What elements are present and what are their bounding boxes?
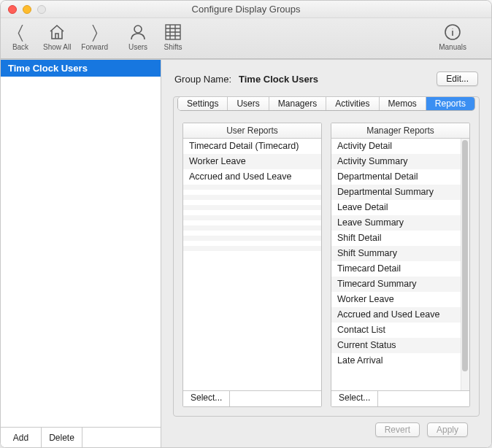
close-button[interactable]: [8, 5, 17, 14]
user-reports-scroll[interactable]: Timecard Detail (Timecard)Worker LeaveAc…: [183, 139, 321, 390]
manager-reports-scroll[interactable]: Activity DetailActivity SummaryDepartmen…: [331, 139, 469, 390]
sidebar-list: Time Clock Users: [1, 60, 161, 427]
list-item: [183, 200, 321, 205]
list-item[interactable]: Shift Summary: [331, 246, 469, 261]
group-header: Group Name: Time Clock Users Edit...: [173, 72, 480, 86]
back-button[interactable]: 〈 Back: [8, 21, 33, 51]
list-item[interactable]: Departmental Detail: [331, 169, 469, 185]
traffic-lights: [8, 5, 46, 14]
tab-users[interactable]: Users: [228, 97, 269, 110]
zoom-button[interactable]: [37, 5, 46, 14]
list-item[interactable]: Activity Summary: [331, 154, 469, 169]
list-item[interactable]: Accrued and Used Leave: [331, 307, 469, 323]
revert-button[interactable]: Revert: [375, 422, 420, 437]
toolbar: 〈 Back Show All 〉 Forward Users: [1, 18, 491, 59]
delete-button[interactable]: Delete: [42, 428, 82, 447]
list-item: [183, 220, 321, 225]
list-item[interactable]: Leave Summary: [331, 215, 469, 231]
tabs-panel: SettingsUsersManagersActivitiesMemosRepo…: [173, 96, 480, 417]
toolbar-section-group: Users Shifts: [126, 21, 185, 51]
add-button[interactable]: Add: [1, 428, 42, 447]
show-all-button[interactable]: Show All: [43, 21, 71, 51]
list-item: [183, 195, 321, 200]
sidebar-footer: Add Delete: [1, 427, 161, 447]
group-pane: Group Name: Time Clock Users Edit... Set…: [173, 72, 480, 447]
list-item[interactable]: Worker Leave: [183, 154, 321, 169]
list-item: [183, 241, 321, 246]
manager-reports-footer: Select...: [331, 390, 469, 406]
tab-settings[interactable]: Settings: [178, 97, 228, 110]
tab-memos[interactable]: Memos: [380, 97, 426, 110]
list-item[interactable]: Worker Leave: [331, 292, 469, 307]
users-label: Users: [128, 43, 147, 51]
list-item[interactable]: Contact List: [331, 323, 469, 338]
list-item: [183, 231, 321, 236]
user-select-button[interactable]: Select...: [183, 391, 230, 406]
forward-label: Forward: [81, 43, 108, 51]
list-item: [183, 185, 321, 190]
edit-button[interactable]: Edit...: [437, 72, 478, 86]
home-icon: [47, 23, 66, 42]
minimize-button[interactable]: [23, 5, 31, 14]
manuals-label: Manuals: [439, 43, 466, 51]
list-item[interactable]: Current Status: [331, 338, 469, 353]
list-item[interactable]: Shift Detail: [331, 231, 469, 246]
manuals-button[interactable]: Manuals: [439, 21, 466, 51]
list-item: [183, 210, 321, 215]
scrollbar-thumb[interactable]: [462, 140, 468, 371]
info-icon: [443, 23, 462, 42]
main: Group Name: Time Clock Users Edit... Set…: [161, 60, 491, 447]
list-item[interactable]: Accrued and Used Leave: [183, 169, 321, 185]
list-item: [183, 236, 321, 241]
window-title: Configure Display Groups: [192, 4, 301, 15]
grid-icon: [164, 23, 182, 42]
manager-select-button[interactable]: Select...: [331, 391, 378, 406]
user-reports-table: User Reports Timecard Detail (Timecard)W…: [182, 123, 322, 407]
tab-managers[interactable]: Managers: [269, 97, 326, 110]
list-item[interactable]: Activity Detail: [331, 139, 469, 154]
show-all-label: Show All: [43, 43, 71, 51]
toolbar-help-group: Manuals: [439, 21, 466, 51]
tabs-bar: SettingsUsersManagersActivitiesMemosRepo…: [174, 96, 479, 118]
shifts-toolbar-button[interactable]: Shifts: [161, 21, 185, 51]
list-item[interactable]: Departmental Summary: [331, 185, 469, 200]
titlebar: Configure Display Groups: [1, 1, 491, 18]
content: Time Clock Users Add Delete Group Name: …: [1, 59, 491, 447]
sidebar: Time Clock Users Add Delete: [1, 60, 161, 447]
window: Configure Display Groups 〈 Back Show All…: [0, 0, 492, 448]
user-reports-footer: Select...: [183, 390, 321, 406]
manager-reports-header: Manager Reports: [331, 123, 469, 139]
list-item[interactable]: Leave Detail: [331, 200, 469, 215]
list-item[interactable]: Timecard Detail: [331, 261, 469, 277]
list-item: [183, 225, 321, 231]
users-toolbar-button[interactable]: Users: [126, 21, 150, 51]
chevron-left-icon: 〈: [11, 23, 30, 42]
toolbar-nav-group: 〈 Back Show All 〉 Forward: [8, 21, 108, 51]
list-item: [183, 246, 321, 251]
tab-reports[interactable]: Reports: [426, 97, 474, 110]
user-icon: [128, 23, 147, 42]
segment-control: SettingsUsersManagersActivitiesMemosRepo…: [177, 96, 475, 111]
list-item: [183, 205, 321, 210]
forward-button[interactable]: 〉 Forward: [81, 21, 108, 51]
reports-tab-body: User Reports Timecard Detail (Timecard)W…: [174, 118, 479, 416]
group-name-value: Time Clock Users: [239, 74, 318, 85]
bottom-bar: Revert Apply: [173, 417, 480, 447]
list-item: [183, 215, 321, 220]
svg-point-0: [134, 26, 142, 33]
scrollbar[interactable]: [461, 139, 469, 390]
sidebar-item[interactable]: Time Clock Users: [1, 60, 161, 77]
back-label: Back: [12, 43, 28, 51]
tab-activities[interactable]: Activities: [326, 97, 379, 110]
list-item[interactable]: Timecard Detail (Timecard): [183, 139, 321, 154]
list-item: [183, 190, 321, 195]
shifts-label: Shifts: [164, 43, 182, 51]
user-reports-header: User Reports: [183, 123, 321, 139]
list-item[interactable]: Late Arrival: [331, 353, 469, 368]
list-item[interactable]: Timecard Summary: [331, 277, 469, 292]
manager-reports-table: Manager Reports Activity DetailActivity …: [331, 123, 470, 407]
apply-button[interactable]: Apply: [427, 422, 468, 437]
chevron-right-icon: 〉: [85, 23, 104, 42]
group-name-label: Group Name:: [174, 74, 231, 85]
